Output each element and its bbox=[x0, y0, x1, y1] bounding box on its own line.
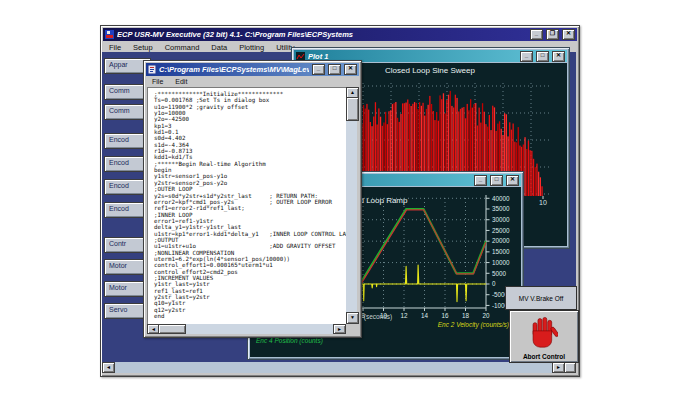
resize-grip[interactable] bbox=[564, 362, 576, 373]
menu-plotting[interactable]: Plotting bbox=[233, 43, 270, 52]
minimize-icon[interactable]: _ bbox=[520, 51, 533, 62]
close-icon[interactable]: ✕ bbox=[562, 29, 575, 40]
vscroll-thumb[interactable] bbox=[346, 97, 359, 121]
svg-text:10000: 10000 bbox=[492, 259, 510, 266]
editor-vscrollbar[interactable]: ▲ ▼ bbox=[346, 87, 357, 324]
restore-icon[interactable]: ❐ bbox=[546, 29, 559, 40]
svg-text:5000: 5000 bbox=[492, 270, 507, 277]
abort-control-button[interactable]: Abort Control bbox=[509, 310, 579, 363]
main-titlebar[interactable]: ECP USR-MV Executive (32 bit) 4.1- C:\Pr… bbox=[103, 28, 577, 41]
brake-button[interactable]: MV V.Brake Off bbox=[505, 286, 577, 310]
editor-window: C:\Program Files\ECPSystems\MV\MagLev\no… bbox=[143, 60, 362, 338]
scroll-right-icon[interactable]: ► bbox=[333, 324, 346, 334]
menu-setup[interactable]: Setup bbox=[127, 43, 159, 52]
ramp-legend-position: Enc 4 Position (counts) bbox=[256, 337, 323, 344]
svg-text:40000: 40000 bbox=[492, 195, 510, 202]
close-icon[interactable]: ✕ bbox=[344, 64, 357, 75]
main-title: ECP USR-MV Executive (32 bit) 4.1- C:\Pr… bbox=[117, 30, 527, 39]
minimize-icon[interactable]: _ bbox=[474, 175, 487, 186]
minimize-icon[interactable]: _ bbox=[530, 29, 543, 40]
minimize-icon[interactable]: _ bbox=[312, 64, 325, 75]
editor-hscrollbar[interactable]: ◄ ► bbox=[147, 324, 346, 334]
svg-text:25000: 25000 bbox=[492, 227, 510, 234]
maximize-icon[interactable]: □ bbox=[536, 51, 549, 62]
code-editor-area[interactable]: ;*************Initialize************* Ts… bbox=[147, 87, 347, 326]
document-icon bbox=[148, 65, 156, 74]
svg-text:30000: 30000 bbox=[492, 216, 510, 223]
maximize-icon[interactable]: □ bbox=[328, 64, 341, 75]
close-icon[interactable]: ✕ bbox=[552, 51, 565, 62]
desktop: ECP USR-MV Executive (32 bit) 4.1- C:\Pr… bbox=[0, 0, 688, 400]
svg-text:20: 20 bbox=[482, 312, 490, 319]
scroll-down-icon[interactable]: ▼ bbox=[346, 312, 359, 324]
main-hscrollbar[interactable]: ◄ ► bbox=[102, 362, 576, 373]
menu-command[interactable]: Command bbox=[159, 43, 206, 52]
hand-stop-icon bbox=[530, 314, 558, 350]
menu-data[interactable]: Data bbox=[205, 43, 233, 52]
svg-text:0: 0 bbox=[492, 280, 496, 287]
app-icon bbox=[105, 30, 114, 39]
sine-sweep-title: Closed Loop Sine Sweep bbox=[385, 66, 475, 75]
svg-text:18: 18 bbox=[462, 312, 470, 319]
scrollbar-corner bbox=[346, 324, 357, 334]
hscroll-thumb[interactable] bbox=[158, 324, 186, 334]
scroll-left-icon[interactable]: ◄ bbox=[102, 362, 115, 373]
menu-file[interactable]: File bbox=[103, 43, 127, 52]
abort-control-label: Abort Control bbox=[510, 353, 578, 360]
svg-text:14: 14 bbox=[421, 312, 429, 319]
svg-text:35000: 35000 bbox=[492, 205, 510, 212]
svg-text:20000: 20000 bbox=[492, 237, 510, 244]
algorithm-code: ;*************Initialize************* Ts… bbox=[148, 88, 347, 319]
editor-menu-edit[interactable]: Edit bbox=[169, 78, 193, 85]
svg-text:15000: 15000 bbox=[492, 248, 510, 255]
editor-titlebar[interactable]: C:\Program Files\ECPSystems\MV\MagLev\no… bbox=[146, 63, 359, 76]
editor-title: C:\Program Files\ECPSystems\MV\MagLev\no… bbox=[159, 65, 309, 74]
editor-menubar: File Edit bbox=[146, 76, 359, 87]
editor-menu-file[interactable]: File bbox=[146, 78, 169, 85]
svg-text:16: 16 bbox=[441, 312, 449, 319]
ramp-legend-velocity: Enc 2 Velocity (counts/s) bbox=[438, 321, 509, 328]
close-icon[interactable]: ✕ bbox=[506, 175, 519, 186]
maximize-icon[interactable]: □ bbox=[490, 175, 503, 186]
svg-text:10: 10 bbox=[539, 199, 547, 206]
